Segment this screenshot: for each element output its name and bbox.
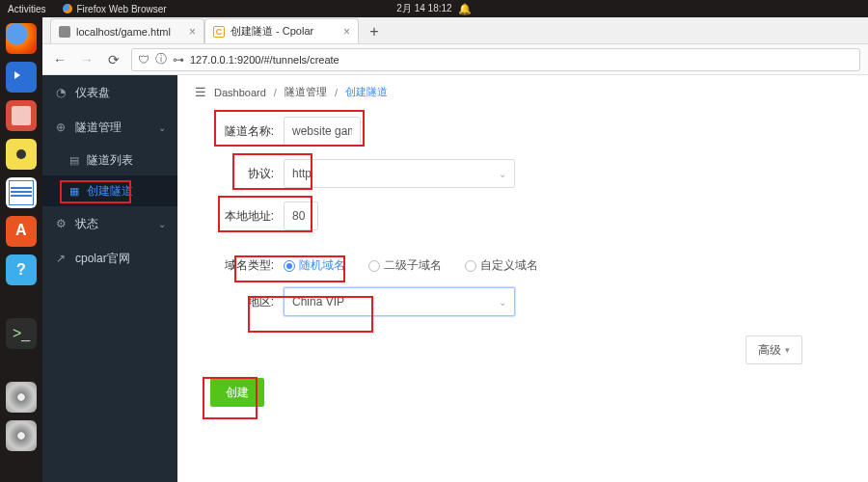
sidebar-item-status[interactable]: ⚙ 状态 ⌄ bbox=[42, 206, 177, 241]
row-protocol: 协议: http ⌄ bbox=[195, 159, 851, 188]
advanced-button-label: 高级 bbox=[758, 342, 781, 359]
dock-terminal-icon[interactable]: >_ bbox=[6, 318, 37, 349]
tab-close-icon[interactable]: × bbox=[343, 25, 350, 39]
chevron-down-icon: ⌄ bbox=[499, 169, 506, 179]
radio-label: 自定义域名 bbox=[480, 257, 538, 274]
dock-thunderbird-icon[interactable] bbox=[6, 62, 37, 93]
advanced-button[interactable]: 高级 ▾ bbox=[746, 335, 802, 364]
sidebar-item-label: 创建隧道 bbox=[87, 183, 133, 200]
gauge-icon: ◔ bbox=[54, 86, 68, 99]
radio-dot-icon bbox=[465, 260, 476, 272]
key-icon: ⊶ bbox=[173, 53, 184, 67]
row-submit: 创建 bbox=[210, 378, 851, 407]
crumb-tunnel-mgmt[interactable]: 隧道管理 bbox=[285, 85, 327, 99]
dock-ubuntu-software-icon[interactable] bbox=[6, 216, 37, 247]
region-value: China VIP bbox=[292, 295, 344, 308]
dock-help-icon[interactable]: ? bbox=[6, 254, 37, 285]
protocol-label: 协议: bbox=[195, 166, 284, 182]
row-region: 地区: China VIP ⌄ bbox=[195, 287, 851, 316]
breadcrumb: ☰ Dashboard / 隧道管理 / 创建隧道 bbox=[195, 85, 851, 99]
reload-button[interactable]: ⟳ bbox=[104, 50, 123, 69]
dock-disc-icon-1[interactable] bbox=[6, 382, 37, 413]
radio-second-level-domain[interactable]: 二级子域名 bbox=[368, 257, 442, 274]
forward-button[interactable]: → bbox=[77, 50, 96, 69]
app-indicator[interactable]: Firefox Web Browser bbox=[63, 4, 166, 14]
row-domain-type: 域名类型: 随机域名 二级子域名 自定义域名 bbox=[195, 257, 851, 274]
tab-localhost-game[interactable]: localhost/game.html × bbox=[50, 18, 204, 43]
radio-dot-icon bbox=[284, 260, 295, 272]
activities-button[interactable]: Activities bbox=[8, 4, 45, 14]
chevron-down-icon: ⌄ bbox=[158, 122, 166, 133]
radio-label: 随机域名 bbox=[299, 257, 345, 274]
row-advanced: 高级 ▾ bbox=[195, 335, 851, 364]
dock-libreoffice-writer-icon[interactable] bbox=[6, 177, 37, 208]
app-indicator-label: Firefox Web Browser bbox=[76, 4, 166, 14]
protocol-select[interactable]: http ⌄ bbox=[284, 159, 515, 188]
firefox-indicator-icon bbox=[63, 4, 72, 13]
chevron-down-icon: ▾ bbox=[785, 345, 790, 355]
domain-type-label: 域名类型: bbox=[195, 257, 284, 274]
sidebar-item-label: 隧道列表 bbox=[87, 152, 133, 169]
favicon-generic-icon bbox=[59, 26, 70, 38]
notification-bell-icon[interactable]: 🔔 bbox=[458, 3, 472, 15]
cpolar-sidebar: ◔ 仪表盘 ⊕ 隧道管理 ⌄ ▤ 隧道列表 ▦ 创建隧道 ⚙ 状态 ⌄ bbox=[42, 75, 177, 482]
sidebar-item-official-site[interactable]: ↗ cpolar官网 bbox=[42, 241, 177, 276]
back-button[interactable]: ← bbox=[50, 50, 69, 69]
sidebar-item-label: cpolar官网 bbox=[75, 251, 130, 267]
radio-label: 二级子域名 bbox=[384, 257, 442, 274]
crumb-current: 创建隧道 bbox=[345, 85, 388, 99]
toolbar: ← → ⟳ 🛡 ⓘ ⊶ 127.0.0.1:9200/#/tunnels/cre… bbox=[42, 44, 868, 75]
shield-icon: 🛡 bbox=[138, 53, 149, 67]
chevron-down-icon: ⌄ bbox=[158, 219, 166, 229]
row-tunnel-name: 隧道名称: bbox=[195, 117, 851, 146]
dock-rhythmbox-icon[interactable] bbox=[6, 139, 37, 170]
gnome-panel: Activities Firefox Web Browser 2月 14 18:… bbox=[0, 0, 868, 17]
info-icon: ⓘ bbox=[155, 51, 167, 67]
sidebar-sub-tunnel-list[interactable]: ▤ 隧道列表 bbox=[42, 145, 177, 175]
gear-icon: ⚙ bbox=[54, 217, 68, 230]
region-label: 地区: bbox=[195, 294, 284, 310]
ubuntu-dock: ? >_ bbox=[0, 17, 42, 482]
protocol-value: http bbox=[292, 167, 312, 180]
url-text: 127.0.0.1:9200/#/tunnels/create bbox=[190, 54, 339, 66]
new-tab-button[interactable]: + bbox=[363, 20, 386, 43]
grid-icon: ▦ bbox=[69, 185, 79, 198]
row-local-address: 本地地址: bbox=[195, 201, 851, 230]
globe-icon: ⊕ bbox=[54, 120, 68, 134]
sidebar-toggle-icon[interactable]: ☰ bbox=[195, 85, 206, 99]
radio-random-domain[interactable]: 随机域名 bbox=[284, 257, 345, 274]
chevron-down-icon: ⌄ bbox=[499, 297, 506, 308]
page-content: ◔ 仪表盘 ⊕ 隧道管理 ⌄ ▤ 隧道列表 ▦ 创建隧道 ⚙ 状态 ⌄ bbox=[42, 75, 868, 482]
dock-files-icon[interactable] bbox=[6, 100, 37, 131]
sidebar-item-label: 隧道管理 bbox=[75, 120, 122, 136]
tab-title: 创建隧道 - Cpolar bbox=[231, 24, 313, 39]
tab-strip: localhost/game.html × C 创建隧道 - Cpolar × … bbox=[42, 17, 868, 44]
dock-disc-icon-2[interactable] bbox=[6, 420, 37, 451]
tab-cpolar-create[interactable]: C 创建隧道 - Cpolar × bbox=[204, 18, 359, 43]
external-link-icon: ↗ bbox=[54, 252, 68, 265]
tunnel-name-label: 隧道名称: bbox=[195, 123, 284, 140]
sidebar-item-label: 状态 bbox=[75, 216, 98, 232]
local-address-label: 本地地址: bbox=[195, 208, 284, 225]
list-icon: ▤ bbox=[69, 154, 79, 167]
url-bar[interactable]: 🛡 ⓘ ⊶ 127.0.0.1:9200/#/tunnels/create bbox=[131, 48, 860, 71]
radio-custom-domain[interactable]: 自定义域名 bbox=[465, 257, 538, 274]
tab-title: localhost/game.html bbox=[76, 26, 171, 38]
clock[interactable]: 2月 14 18:12 bbox=[396, 2, 451, 15]
main-area: ☰ Dashboard / 隧道管理 / 创建隧道 隧道名称: 协议: http… bbox=[177, 75, 868, 482]
dock-firefox-icon[interactable] bbox=[6, 23, 37, 54]
local-address-input[interactable] bbox=[284, 201, 318, 230]
tab-close-icon[interactable]: × bbox=[189, 25, 196, 39]
sidebar-sub-tunnel-create[interactable]: ▦ 创建隧道 bbox=[42, 175, 177, 206]
radio-dot-icon bbox=[368, 260, 380, 272]
favicon-cpolar-icon: C bbox=[213, 26, 225, 38]
sidebar-item-label: 仪表盘 bbox=[75, 85, 110, 101]
crumb-dashboard[interactable]: Dashboard bbox=[214, 87, 266, 98]
sidebar-item-tunnel-mgmt[interactable]: ⊕ 隧道管理 ⌄ bbox=[42, 110, 177, 145]
browser-window: localhost/game.html × C 创建隧道 - Cpolar × … bbox=[42, 17, 868, 482]
region-select[interactable]: China VIP ⌄ bbox=[284, 287, 515, 316]
tunnel-name-input[interactable] bbox=[284, 117, 361, 146]
domain-type-radio-group: 随机域名 二级子域名 自定义域名 bbox=[284, 257, 538, 274]
create-button[interactable]: 创建 bbox=[210, 378, 264, 407]
sidebar-item-dashboard[interactable]: ◔ 仪表盘 bbox=[42, 75, 177, 110]
